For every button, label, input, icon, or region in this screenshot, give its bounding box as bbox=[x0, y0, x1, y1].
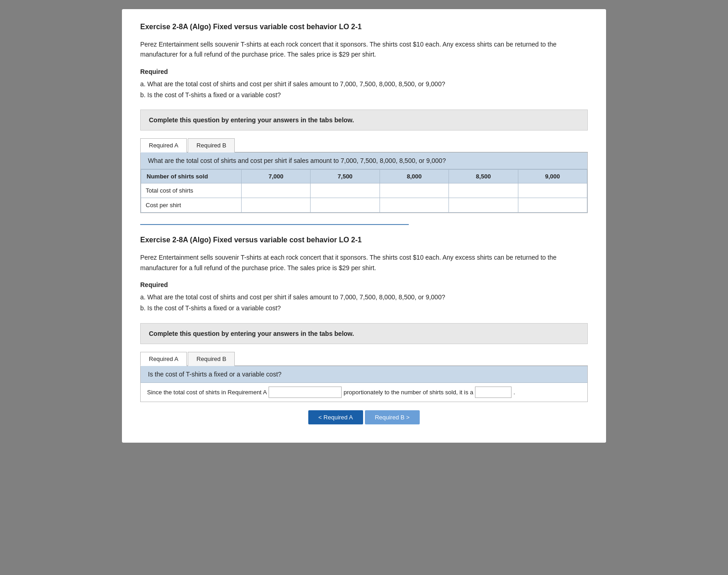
instruction-text-2: Complete this question by entering your … bbox=[149, 330, 354, 337]
total-cost-7000-1[interactable] bbox=[242, 183, 311, 198]
intro-text-2: Perez Entertainment sells souvenir T-shi… bbox=[140, 252, 588, 273]
question-a-2: a. What are the total cost of shirts and… bbox=[140, 292, 588, 303]
tabs-row-1: Required A Required B bbox=[140, 138, 588, 152]
instruction-text-1: Complete this question by entering your … bbox=[149, 116, 354, 124]
btn-required-b[interactable]: Required B > bbox=[365, 410, 420, 424]
data-table-1: Number of shirts sold 7,000 7,500 8,000 … bbox=[141, 169, 587, 213]
tabs-container-1: Required A Required B What are the total… bbox=[140, 138, 588, 213]
tab-required-a-2[interactable]: Required A bbox=[140, 352, 187, 366]
total-cost-8500-input-1[interactable] bbox=[452, 186, 515, 195]
table-col-header-1: Number of shirts sold bbox=[141, 170, 242, 183]
question-b-1: b. Is the cost of T-shirts a fixed or a … bbox=[140, 90, 588, 101]
table-col3-1: 8,000 bbox=[380, 170, 448, 183]
exercise-title-1: Exercise 2-8A (Algo) Fixed versus variab… bbox=[140, 23, 588, 31]
table-row-cost-per-shirt-1: Cost per shirt bbox=[141, 198, 587, 213]
intro-text-1: Perez Entertainment sells souvenir T-shi… bbox=[140, 39, 588, 60]
cost-per-9000-1[interactable] bbox=[518, 198, 587, 213]
required-label-1: Required bbox=[140, 68, 588, 75]
req-b-text1: Since the total cost of shirts in Requir… bbox=[147, 389, 267, 396]
total-cost-8500-1[interactable] bbox=[449, 183, 518, 198]
total-cost-9000-1[interactable] bbox=[518, 183, 587, 198]
question-b-2: b. Is the cost of T-shirts a fixed or a … bbox=[140, 303, 588, 314]
cost-per-9000-input-1[interactable] bbox=[521, 201, 584, 209]
tab-content-1: What are the total cost of shirts and co… bbox=[140, 152, 588, 213]
page-container: Exercise 2-8A (Algo) Fixed versus variab… bbox=[122, 9, 606, 443]
tabs-row-2: Required A Required B bbox=[140, 351, 588, 366]
cost-per-8500-1[interactable] bbox=[449, 198, 518, 213]
req-b-input2[interactable] bbox=[475, 387, 512, 398]
total-cost-7500-input-1[interactable] bbox=[313, 186, 376, 195]
row1-label-1: Total cost of shirts bbox=[141, 183, 242, 198]
cost-per-8000-input-1[interactable] bbox=[383, 201, 446, 209]
required-b-row: Since the total cost of shirts in Requir… bbox=[141, 383, 587, 402]
tab-b-question-header-2: Is the cost of T-shirts a fixed or a var… bbox=[141, 366, 587, 383]
tab-question-header-1: What are the total cost of shirts and co… bbox=[141, 152, 587, 169]
cost-per-7500-input-1[interactable] bbox=[313, 201, 376, 209]
total-cost-9000-input-1[interactable] bbox=[521, 186, 584, 195]
total-cost-7500-1[interactable] bbox=[311, 183, 380, 198]
tab-required-b-2[interactable]: Required B bbox=[188, 352, 235, 366]
table-col5-1: 9,000 bbox=[518, 170, 587, 183]
req-b-text2: proportionately to the number of shirts … bbox=[343, 389, 473, 396]
questions-2: a. What are the total cost of shirts and… bbox=[140, 292, 588, 314]
req-b-dot: . bbox=[513, 389, 515, 396]
req-b-input1[interactable] bbox=[269, 387, 342, 398]
cost-per-7500-1[interactable] bbox=[311, 198, 380, 213]
tab-content-2: Is the cost of T-shirts a fixed or a var… bbox=[140, 366, 588, 402]
cost-per-7000-input-1[interactable] bbox=[244, 201, 307, 209]
total-cost-7000-input-1[interactable] bbox=[244, 186, 307, 195]
total-cost-8000-1[interactable] bbox=[380, 183, 448, 198]
btn-required-a[interactable]: < Required A bbox=[308, 410, 363, 424]
cost-per-7000-1[interactable] bbox=[242, 198, 311, 213]
row2-label-1: Cost per shirt bbox=[141, 198, 242, 213]
tabs-container-2: Required A Required B Is the cost of T-s… bbox=[140, 351, 588, 402]
section-divider-1 bbox=[140, 224, 409, 225]
instruction-box-2: Complete this question by entering your … bbox=[140, 323, 588, 344]
question-a-1: a. What are the total cost of shirts and… bbox=[140, 79, 588, 90]
table-row-total-cost-1: Total cost of shirts bbox=[141, 183, 587, 198]
table-col4-1: 8,500 bbox=[449, 170, 518, 183]
required-label-2: Required bbox=[140, 281, 588, 288]
table-col2-1: 7,500 bbox=[311, 170, 380, 183]
section-1: Exercise 2-8A (Algo) Fixed versus variab… bbox=[140, 23, 588, 225]
questions-1: a. What are the total cost of shirts and… bbox=[140, 79, 588, 101]
cost-per-8500-input-1[interactable] bbox=[452, 201, 515, 209]
tab-required-a-1[interactable]: Required A bbox=[140, 138, 187, 152]
nav-buttons: < Required A Required B > bbox=[140, 410, 588, 424]
instruction-box-1: Complete this question by entering your … bbox=[140, 110, 588, 131]
total-cost-8000-input-1[interactable] bbox=[383, 186, 446, 195]
cost-per-8000-1[interactable] bbox=[380, 198, 448, 213]
exercise-title-2: Exercise 2-8A (Algo) Fixed versus variab… bbox=[140, 236, 588, 244]
tab-required-b-1[interactable]: Required B bbox=[188, 138, 235, 152]
section-2: Exercise 2-8A (Algo) Fixed versus variab… bbox=[140, 236, 588, 424]
table-col1-1: 7,000 bbox=[242, 170, 311, 183]
